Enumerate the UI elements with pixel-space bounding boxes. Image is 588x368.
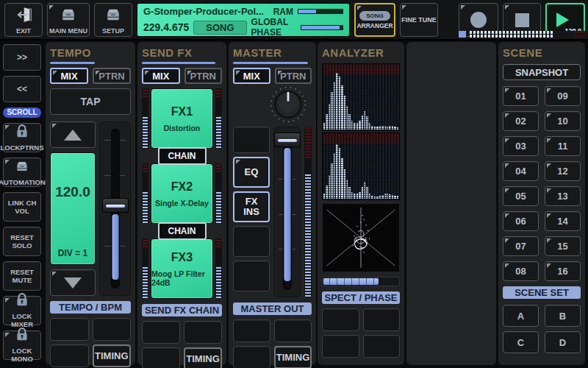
scene-button-05[interactable]: 05: [503, 186, 539, 206]
sendfx-empty-slot[interactable]: [184, 321, 222, 344]
scene-set-button-a[interactable]: A: [503, 305, 539, 327]
tempo-fader[interactable]: [99, 121, 131, 296]
scene-button-02[interactable]: 02: [503, 111, 539, 131]
master-pan-knob[interactable]: [269, 85, 307, 125]
master-empty-slot[interactable]: [274, 319, 312, 342]
scene-button-01[interactable]: 01: [503, 86, 539, 106]
sidebar-item-lock-mono[interactable]: LOCK MONO: [3, 330, 41, 360]
sendfx-empty-slot[interactable]: [142, 321, 180, 344]
scene-button-14[interactable]: 14: [545, 211, 581, 231]
sidebar-item-label: AUTOMATION: [0, 178, 46, 186]
fx-pad-fx2[interactable]: FX2Single X-Delay: [151, 163, 213, 224]
scene-button-08[interactable]: 08: [503, 261, 539, 281]
sidebar-item-reset-solo[interactable]: RESET SOLO: [3, 227, 41, 256]
main-menu-button[interactable]: MAIN MENU: [47, 3, 90, 37]
tempo-tab-mix[interactable]: MIX: [50, 68, 88, 84]
fx-pad-fx1[interactable]: FX1Distortion: [151, 88, 213, 149]
sendfx-empty-slot[interactable]: [142, 347, 180, 368]
analyzer-footer-label: SPECT / PHASE: [322, 291, 400, 304]
setup-button[interactable]: SETUP: [94, 3, 132, 37]
scene-button-10[interactable]: 10: [545, 111, 581, 131]
master-empty-slot[interactable]: [233, 319, 270, 342]
fx-chain-button-1[interactable]: CHAIN: [158, 147, 207, 165]
empty-panel: [406, 42, 496, 365]
scene-button-12[interactable]: 12: [545, 161, 581, 181]
fx-slot-name: FX1: [171, 105, 193, 118]
exit-button[interactable]: EXIT: [4, 3, 43, 37]
tempo-empty-slot[interactable]: [50, 318, 89, 341]
analyzer-empty-slot[interactable]: [363, 308, 401, 331]
mode-song-label: SONG: [359, 11, 390, 21]
tempo-timing-button[interactable]: TIMING: [93, 344, 132, 367]
tap-button[interactable]: TAP: [50, 88, 131, 115]
song-progress-bar: [459, 31, 585, 38]
lock-icon: [14, 124, 30, 141]
analyzer-empty-slot[interactable]: [322, 335, 359, 358]
scene-button-06[interactable]: 06: [503, 211, 539, 231]
master-empty-slot[interactable]: [233, 127, 270, 153]
master-empty-slot[interactable]: [233, 226, 270, 257]
analyzer-balance-slider[interactable]: [322, 277, 400, 286]
scene-button-04[interactable]: 04: [503, 161, 539, 181]
scene-set-button-d[interactable]: D: [545, 331, 581, 353]
fine-tune-button[interactable]: FINE TUNE: [400, 3, 438, 37]
snapshot-button[interactable]: SNAPSHOT: [503, 64, 581, 80]
master-eq-button[interactable]: EQ: [233, 157, 270, 188]
sidebar-item-label: LINK CH VOL: [5, 199, 39, 216]
scene-section: SCENE SNAPSHOT 0109021003110412051306140…: [498, 42, 585, 365]
scene-button-16[interactable]: 16: [545, 261, 581, 281]
master-footer-label: MASTER OUT: [233, 302, 312, 315]
sidebar-item-label: LOCK MIXER: [5, 312, 39, 329]
lock-icon: [14, 327, 30, 344]
song-arranger-toggle[interactable]: SONG ARRANGER: [354, 3, 395, 37]
fx-level-meter: [215, 163, 222, 224]
sidebar-item-scroll-right[interactable]: >>: [3, 44, 41, 71]
tempo-empty-slot[interactable]: [50, 344, 89, 367]
master-fx-ins-button[interactable]: FX INS: [233, 191, 270, 222]
sendfx-section: SEND FX MIX PTRN FX1DistortionCHAINFX2Si…: [137, 42, 226, 365]
scene-button-13[interactable]: 13: [545, 186, 581, 206]
master-empty-slot[interactable]: [233, 346, 270, 368]
exit-door-icon: [12, 5, 35, 26]
tempo-increment-button[interactable]: [50, 121, 96, 148]
tempo-fader-handle[interactable]: [102, 198, 129, 213]
tempo-decrement-button[interactable]: [50, 269, 96, 296]
scene-set-button-c[interactable]: C: [503, 331, 539, 353]
sidebar-item-lock-patterns[interactable]: LOCKPTRNS: [3, 123, 41, 152]
master-fader-handle[interactable]: [274, 132, 301, 147]
scene-button-09[interactable]: 09: [545, 86, 581, 106]
master-empty-slot[interactable]: [233, 261, 270, 291]
sendfx-timing-button[interactable]: TIMING: [184, 347, 222, 368]
scene-button-15[interactable]: 15: [545, 236, 581, 256]
ram-meter: [298, 9, 343, 14]
fx-chain-button-2[interactable]: CHAIN: [158, 222, 207, 240]
sidebar-item-lock-mixer[interactable]: LOCK MIXER: [3, 296, 41, 325]
scene-button-07[interactable]: 07: [503, 236, 539, 256]
sidebar-item-reset-mute[interactable]: RESET MUTE: [3, 261, 41, 291]
sidebar-item-scroll-left[interactable]: <<: [3, 76, 41, 102]
sidebar-item-link-ch-vol[interactable]: LINK CH VOL: [3, 192, 41, 222]
fx-effect-name: Distortion: [164, 124, 201, 132]
master-volume-fader[interactable]: [273, 127, 301, 297]
sidebar-item-scroll-mode[interactable]: SCROLL: [3, 107, 41, 118]
fx-level-meter: [215, 238, 222, 299]
sendfx-tab-ptrn[interactable]: PTRN: [184, 68, 223, 84]
scene-button-11[interactable]: 11: [545, 136, 581, 156]
scene-button-03[interactable]: 03: [503, 136, 539, 156]
analyzer-empty-slot[interactable]: [363, 335, 401, 358]
sidebar-item-automation[interactable]: AUTOMATION: [3, 158, 41, 187]
tempo-bpm-value: 120.0: [55, 184, 90, 200]
sendfx-tab-mix[interactable]: MIX: [142, 68, 180, 84]
tempo-empty-slot[interactable]: [93, 318, 132, 341]
fx-pad-fx3[interactable]: FX3Moog LP Filter 24dB: [151, 238, 213, 299]
master-timing-button[interactable]: TIMING: [274, 346, 312, 368]
master-tab-mix[interactable]: MIX: [233, 68, 270, 84]
lock-icon: [14, 292, 30, 310]
analyzer-empty-slot[interactable]: [322, 308, 359, 331]
ram-label: RAM: [273, 7, 293, 17]
tempo-tab-ptrn[interactable]: PTRN: [93, 68, 131, 84]
scene-set-button-b[interactable]: B: [545, 305, 581, 327]
sidebar-item-label: <<: [17, 84, 27, 94]
lcd-song-button[interactable]: SONG: [193, 21, 246, 35]
master-tab-ptrn[interactable]: PTRN: [275, 68, 312, 84]
